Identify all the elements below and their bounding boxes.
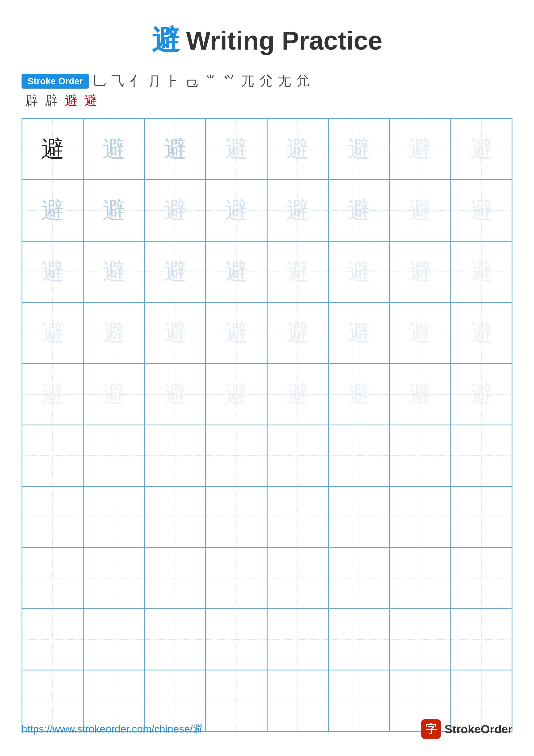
grid-cell-r5c4[interactable]: 避 xyxy=(206,364,267,425)
grid-cell-r1c3[interactable]: 避 xyxy=(144,119,206,180)
grid-cell-r4c2[interactable]: 避 xyxy=(83,302,144,364)
stroke-5: ⺊ xyxy=(167,72,180,90)
grid-cell-r8c6[interactable] xyxy=(328,548,390,609)
grid-cell-r7c2[interactable] xyxy=(83,486,144,547)
practice-grid: 避 避 避 避 避 避 避 避 避 避 避 xyxy=(21,118,513,732)
grid-cell-r6c4[interactable] xyxy=(206,425,267,486)
grid-cell-r5c5[interactable]: 避 xyxy=(267,364,328,425)
grid-cell-r3c3[interactable]: 避 xyxy=(144,241,206,302)
grid-cell-r7c3[interactable] xyxy=(144,486,206,547)
grid-cell-r2c3[interactable]: 避 xyxy=(144,180,206,241)
grid-cell-r1c5[interactable]: 避 xyxy=(267,119,328,180)
stroke-7: ⺌ xyxy=(204,72,217,90)
grid-cell-r7c4[interactable] xyxy=(206,486,267,547)
grid-cell-r6c3[interactable] xyxy=(144,425,206,486)
guide-char-l3: 避 xyxy=(470,199,493,222)
guide-char-l4: 避 xyxy=(408,321,432,345)
grid-cell-r9c2[interactable] xyxy=(83,609,144,670)
grid-cell-r5c2[interactable]: 避 xyxy=(83,364,144,425)
guide-char-l3: 避 xyxy=(286,260,309,284)
grid-cell-r6c6[interactable] xyxy=(328,425,390,486)
grid-cell-r4c4[interactable]: 避 xyxy=(206,302,267,364)
grid-cell-r9c1[interactable] xyxy=(22,609,83,670)
grid-cell-r8c4[interactable] xyxy=(206,548,267,609)
stroke-9: ⺎ xyxy=(241,72,254,90)
grid-cell-r1c8[interactable]: 避 xyxy=(451,119,512,180)
guide-char-l4: 避 xyxy=(408,383,432,406)
grid-cell-r9c5[interactable] xyxy=(267,609,328,670)
grid-cell-r4c8[interactable]: 避 xyxy=(451,302,512,364)
guide-char-l2: 避 xyxy=(347,138,370,161)
grid-cell-r8c8[interactable] xyxy=(451,548,512,609)
grid-cell-r6c1[interactable] xyxy=(22,425,83,486)
grid-cell-r3c2[interactable]: 避 xyxy=(83,241,144,302)
grid-cell-r5c8[interactable]: 避 xyxy=(451,364,512,425)
stroke-10: ⺏ xyxy=(260,72,272,90)
grid-cell-r7c6[interactable] xyxy=(328,486,390,547)
guide-char-l3: 避 xyxy=(225,321,248,345)
guide-char-l3: 避 xyxy=(470,138,493,161)
grid-cell-r6c7[interactable] xyxy=(390,425,451,486)
guide-char-l2: 避 xyxy=(164,260,187,284)
grid-cell-r9c3[interactable] xyxy=(144,609,206,670)
grid-cell-r2c5[interactable]: 避 xyxy=(267,180,328,241)
guide-char-l2: 避 xyxy=(225,260,248,284)
grid-cell-r7c1[interactable] xyxy=(22,486,83,547)
grid-cell-r3c5[interactable]: 避 xyxy=(267,241,328,302)
grid-cell-r1c1[interactable]: 避 xyxy=(22,119,83,180)
grid-cell-r2c7[interactable]: 避 xyxy=(390,180,451,241)
guide-char-l3: 避 xyxy=(408,260,432,284)
grid-cell-r6c2[interactable] xyxy=(83,425,144,486)
grid-cell-r6c8[interactable] xyxy=(451,425,512,486)
guide-char-l2: 避 xyxy=(225,199,248,222)
grid-cell-r2c1[interactable]: 避 xyxy=(22,180,83,241)
guide-char-l4: 避 xyxy=(41,383,64,406)
grid-cell-r9c6[interactable] xyxy=(328,609,390,670)
guide-char-l1: 避 xyxy=(102,138,126,161)
grid-cell-r1c4[interactable]: 避 xyxy=(206,119,267,180)
guide-char-l2: 避 xyxy=(286,138,309,161)
grid-cell-r3c8[interactable]: 避 xyxy=(451,241,512,302)
grid-cell-r1c2[interactable]: 避 xyxy=(83,119,144,180)
footer-url[interactable]: https://www.strokeorder.com/chinese/避 xyxy=(21,722,203,736)
grid-cell-r8c2[interactable] xyxy=(83,548,144,609)
grid-cell-r1c7[interactable]: 避 xyxy=(390,119,451,180)
grid-cell-r4c5[interactable]: 避 xyxy=(267,302,328,364)
grid-cell-r9c7[interactable] xyxy=(390,609,451,670)
grid-cell-r8c5[interactable] xyxy=(267,548,328,609)
grid-cell-r4c7[interactable]: 避 xyxy=(390,302,451,364)
grid-cell-r5c3[interactable]: 避 xyxy=(144,364,206,425)
guide-char-dark: 避 xyxy=(41,138,64,161)
grid-cell-r5c6[interactable]: 避 xyxy=(328,364,390,425)
grid-cell-r8c1[interactable] xyxy=(22,548,83,609)
grid-cell-r4c6[interactable]: 避 xyxy=(328,302,390,364)
grid-cell-r6c5[interactable] xyxy=(267,425,328,486)
grid-cell-r4c3[interactable]: 避 xyxy=(144,302,206,364)
stroke-11: ⺐ xyxy=(278,72,291,90)
grid-cell-r3c7[interactable]: 避 xyxy=(390,241,451,302)
guide-char-l3: 避 xyxy=(164,321,187,345)
grid-cell-r8c3[interactable] xyxy=(144,548,206,609)
grid-cell-r4c1[interactable]: 避 xyxy=(22,302,83,364)
grid-cell-r3c4[interactable]: 避 xyxy=(206,241,267,302)
grid-cell-r5c7[interactable]: 避 xyxy=(390,364,451,425)
guide-char-l4: 避 xyxy=(470,321,493,345)
guide-char-l4: 避 xyxy=(225,383,248,406)
guide-char-l3: 避 xyxy=(408,138,432,161)
grid-cell-r9c8[interactable] xyxy=(451,609,512,670)
grid-cell-r2c4[interactable]: 避 xyxy=(206,180,267,241)
grid-cell-r7c5[interactable] xyxy=(267,486,328,547)
grid-cell-r7c8[interactable] xyxy=(451,486,512,547)
grid-cell-r8c7[interactable] xyxy=(390,548,451,609)
grid-cell-r2c6[interactable]: 避 xyxy=(328,180,390,241)
grid-cell-r5c1[interactable]: 避 xyxy=(22,364,83,425)
grid-cell-r3c6[interactable]: 避 xyxy=(328,241,390,302)
grid-cell-r9c4[interactable] xyxy=(206,609,267,670)
grid-cell-r1c6[interactable]: 避 xyxy=(328,119,390,180)
guide-char-l4: 避 xyxy=(102,383,126,406)
grid-cell-r3c1[interactable]: 避 xyxy=(22,241,83,302)
grid-cell-r2c2[interactable]: 避 xyxy=(83,180,144,241)
grid-cell-r2c8[interactable]: 避 xyxy=(451,180,512,241)
guide-char-l1: 避 xyxy=(164,138,187,161)
grid-cell-r7c7[interactable] xyxy=(390,486,451,547)
